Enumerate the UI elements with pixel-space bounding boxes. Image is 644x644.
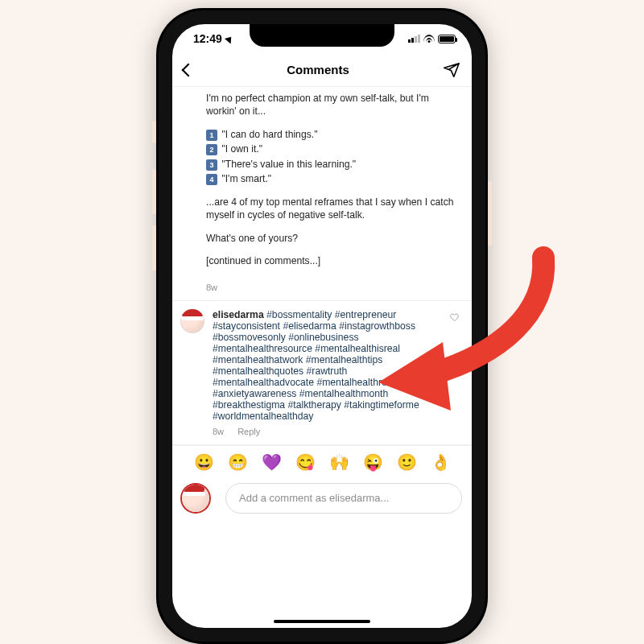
phone-mute-switch [152,121,156,143]
caption-points: 1 "I can do hard things." 2 "I own it." … [206,128,459,186]
comment-username[interactable]: elisedarma [213,309,264,320]
composer-avatar[interactable] [182,485,209,512]
caption-intro: I'm no perfect champion at my own self-t… [206,92,459,118]
comment-input[interactable]: Add a comment as elisedarma... [225,483,462,514]
keycap-3-icon: 3 [206,159,217,171]
emoji-quick-😋[interactable]: 😋 [295,452,316,472]
like-comment-button[interactable] [449,312,460,322]
emoji-quick-😀[interactable]: 😀 [194,452,214,472]
status-time: 12:49 [193,32,222,45]
wifi-icon [423,35,435,43]
caption-prompt: What's one of yours? [206,232,459,245]
caption-continued: [continued in comments...] [206,254,459,267]
page-title: Comments [287,63,349,76]
comments-scroll[interactable]: I'm no perfect champion at my own self-t… [172,87,472,628]
emoji-quick-💜[interactable]: 💜 [262,452,282,472]
share-button[interactable] [443,61,460,79]
cellular-signal-icon [408,35,420,43]
caption-mid: ...are 4 of my top mental reframes that … [206,196,459,222]
comment-meta: 8w Reply [172,422,472,444]
phone-vol-down [152,225,156,270]
status-left: 12:49 [193,32,233,45]
emoji-quick-🙌[interactable]: 🙌 [329,452,349,472]
home-indicator[interactable] [274,620,370,623]
comment-composer: Add a comment as elisedarma... [172,478,472,528]
caption-age: 8w [172,278,472,300]
nav-header: Comments [172,53,472,87]
back-button[interactable] [182,63,196,76]
comment-hashtags[interactable]: #bossmentality #entrepreneur #stayconsis… [213,309,419,422]
battery-icon [438,35,456,43]
status-right [408,35,456,43]
phone-vol-up [152,169,156,214]
emoji-quick-😁[interactable]: 😁 [228,452,248,472]
reply-button[interactable]: Reply [237,427,260,436]
phone-notch [250,24,394,47]
keycap-4-icon: 4 [206,174,217,185]
keycap-1-icon: 1 [206,130,217,141]
emoji-quick-👌[interactable]: 👌 [431,452,451,472]
post-caption: I'm no perfect champion at my own self-t… [172,87,472,268]
emoji-quick-😜[interactable]: 😜 [363,452,383,472]
keycap-2-icon: 2 [206,144,217,155]
comment-age: 8w [213,427,224,436]
emoji-quick-bar: 😀😁💜😋🙌😜🙂👌 [172,445,472,478]
phone-frame: 12:49 Comments I'm no perfect champion a… [156,8,488,644]
comment-row: elisedarma #bossmentality #entrepreneur … [172,301,472,422]
comment-avatar[interactable] [180,309,204,333]
emoji-quick-🙂[interactable]: 🙂 [397,452,417,472]
location-services-icon [225,34,234,43]
phone-screen: 12:49 Comments I'm no perfect champion a… [172,24,472,628]
phone-power [488,181,492,246]
comment-body: elisedarma #bossmentality #entrepreneur … [213,309,462,422]
comment-input-placeholder: Add a comment as elisedarma... [239,492,389,504]
